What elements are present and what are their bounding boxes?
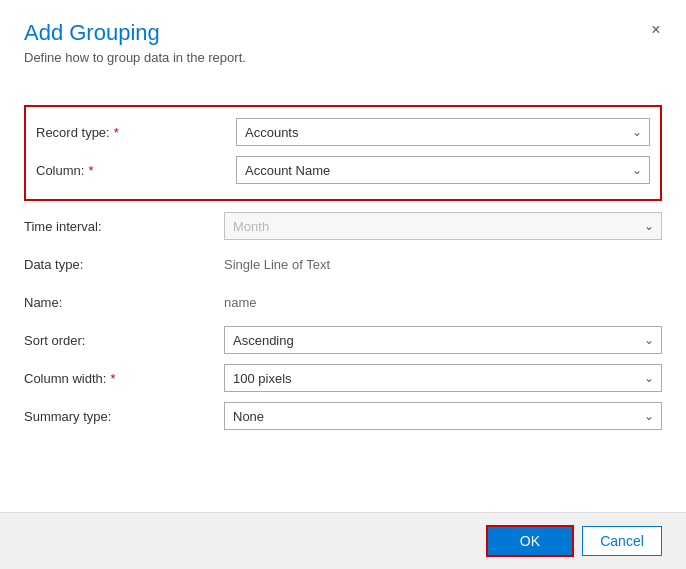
close-button[interactable]: × bbox=[644, 18, 668, 42]
record-type-required: * bbox=[114, 125, 119, 140]
column-select-wrapper: Account Name Account Number Created On M… bbox=[236, 156, 650, 184]
dialog-footer: OK Cancel bbox=[0, 512, 686, 569]
record-type-control: Accounts Contacts Leads Opportunities ⌄ bbox=[236, 118, 650, 146]
name-row: Name: name bbox=[24, 285, 662, 319]
column-required: * bbox=[88, 163, 93, 178]
sort-order-control: Ascending Descending ⌄ bbox=[224, 326, 662, 354]
dialog-header: Add Grouping Define how to group data in… bbox=[0, 0, 686, 77]
dialog-subtitle: Define how to group data in the report. bbox=[24, 50, 662, 65]
data-type-label: Data type: bbox=[24, 257, 224, 272]
name-label: Name: bbox=[24, 295, 224, 310]
time-interval-row: Time interval: Month Day Year Quarter ⌄ bbox=[24, 209, 662, 243]
cancel-button[interactable]: Cancel bbox=[582, 526, 662, 556]
ok-button[interactable]: OK bbox=[486, 525, 574, 557]
column-width-select-wrapper: 100 pixels 75 pixels 150 pixels 200 pixe… bbox=[224, 364, 662, 392]
record-type-row: Record type: * Accounts Contacts Leads O… bbox=[36, 115, 650, 149]
time-interval-label: Time interval: bbox=[24, 219, 224, 234]
summary-type-control: None Average Count Maximum Minimum Sum ⌄ bbox=[224, 402, 662, 430]
column-width-row: Column width: * 100 pixels 75 pixels 150… bbox=[24, 361, 662, 395]
column-width-control: 100 pixels 75 pixels 150 pixels 200 pixe… bbox=[224, 364, 662, 392]
column-control: Account Name Account Number Created On M… bbox=[236, 156, 650, 184]
column-row: Column: * Account Name Account Number Cr… bbox=[36, 153, 650, 187]
time-interval-select-wrapper: Month Day Year Quarter ⌄ bbox=[224, 212, 662, 240]
highlighted-section: Record type: * Accounts Contacts Leads O… bbox=[24, 105, 662, 201]
column-width-select[interactable]: 100 pixels 75 pixels 150 pixels 200 pixe… bbox=[224, 364, 662, 392]
summary-type-label: Summary type: bbox=[24, 409, 224, 424]
dialog-title: Add Grouping bbox=[24, 20, 662, 46]
column-width-label: Column width: * bbox=[24, 371, 224, 386]
time-interval-control: Month Day Year Quarter ⌄ bbox=[224, 212, 662, 240]
summary-type-row: Summary type: None Average Count Maximum… bbox=[24, 399, 662, 433]
column-label: Column: * bbox=[36, 163, 236, 178]
record-type-label: Record type: * bbox=[36, 125, 236, 140]
add-grouping-dialog: Add Grouping Define how to group data in… bbox=[0, 0, 686, 569]
sort-order-select-wrapper: Ascending Descending ⌄ bbox=[224, 326, 662, 354]
column-select[interactable]: Account Name Account Number Created On M… bbox=[236, 156, 650, 184]
record-type-select[interactable]: Accounts Contacts Leads Opportunities bbox=[236, 118, 650, 146]
sort-order-label: Sort order: bbox=[24, 333, 224, 348]
name-value: name bbox=[224, 293, 662, 311]
time-interval-select[interactable]: Month Day Year Quarter bbox=[224, 212, 662, 240]
dialog-body: Record type: * Accounts Contacts Leads O… bbox=[0, 77, 686, 512]
data-type-value: Single Line of Text bbox=[224, 255, 662, 273]
sort-order-select[interactable]: Ascending Descending bbox=[224, 326, 662, 354]
summary-type-select[interactable]: None Average Count Maximum Minimum Sum bbox=[224, 402, 662, 430]
data-type-row: Data type: Single Line of Text bbox=[24, 247, 662, 281]
record-type-select-wrapper: Accounts Contacts Leads Opportunities ⌄ bbox=[236, 118, 650, 146]
summary-type-select-wrapper: None Average Count Maximum Minimum Sum ⌄ bbox=[224, 402, 662, 430]
column-width-required: * bbox=[110, 371, 115, 386]
sort-order-row: Sort order: Ascending Descending ⌄ bbox=[24, 323, 662, 357]
